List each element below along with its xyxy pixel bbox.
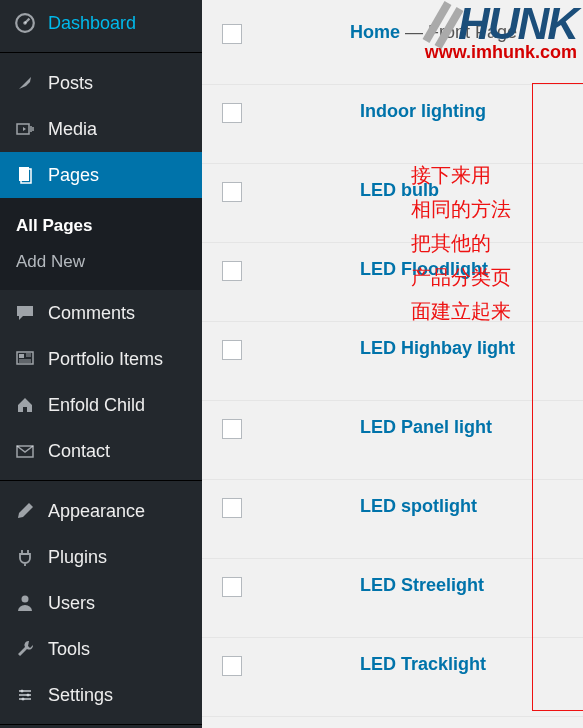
table-row: LED Floodlight [202, 243, 583, 322]
page-title-link[interactable]: Home [350, 22, 400, 42]
table-row: Home — Front Page [202, 10, 583, 85]
table-row: LED spotlight [202, 480, 583, 559]
sidebar-item-media[interactable]: Media [0, 106, 202, 152]
plug-icon [12, 544, 38, 570]
sidebar-item-dashboard[interactable]: Dashboard [0, 0, 202, 46]
table-row: LED Panel light [202, 401, 583, 480]
portfolio-icon [12, 346, 38, 372]
page-title-link[interactable]: LED Highbay light [360, 338, 515, 358]
brush-icon [12, 498, 38, 524]
table-row: LED Tunnel light [202, 717, 583, 728]
page-title-link[interactable]: LED spotlight [360, 496, 477, 516]
table-row: LED Streelight [202, 559, 583, 638]
sidebar-item-label: Contact [48, 441, 110, 462]
page-title-link[interactable]: LED Floodlight [360, 259, 488, 279]
svg-point-8 [22, 596, 29, 603]
sidebar-item-label: Settings [48, 685, 113, 706]
row-checkbox[interactable] [222, 24, 242, 44]
sidebar-subitem-add-new[interactable]: Add New [0, 244, 202, 280]
comment-icon [12, 300, 38, 326]
sidebar-submenu-pages: All Pages Add New [0, 198, 202, 290]
page-status-suffix: — Front Page [400, 22, 517, 42]
sidebar-item-posts[interactable]: Posts [0, 60, 202, 106]
sidebar-item-label: Plugins [48, 547, 107, 568]
pin-icon [12, 70, 38, 96]
row-checkbox[interactable] [222, 261, 242, 281]
admin-sidebar: Dashboard Posts Media Pages All Pages Ad… [0, 0, 202, 728]
svg-point-9 [21, 690, 24, 693]
svg-point-10 [27, 694, 30, 697]
sidebar-item-enfold-child[interactable]: Enfold Child [0, 382, 202, 428]
row-checkbox[interactable] [222, 498, 242, 518]
menu-separator [0, 480, 202, 488]
menu-separator [0, 724, 202, 728]
sidebar-item-plugins[interactable]: Plugins [0, 534, 202, 580]
svg-point-1 [23, 21, 27, 25]
table-row: Indoor lighting [202, 85, 583, 164]
user-icon [12, 590, 38, 616]
row-checkbox[interactable] [222, 419, 242, 439]
media-icon [12, 116, 38, 142]
sidebar-item-users[interactable]: Users [0, 580, 202, 626]
sidebar-item-label: Portfolio Items [48, 349, 163, 370]
sidebar-item-label: Pages [48, 165, 99, 186]
sidebar-item-contact[interactable]: Contact [0, 428, 202, 474]
page-list-table: Home — Front Page Indoor lighting LED bu… [202, 10, 583, 728]
wrench-icon [12, 636, 38, 662]
home-icon [12, 392, 38, 418]
sidebar-item-label: Enfold Child [48, 395, 145, 416]
settings-icon [12, 682, 38, 708]
row-checkbox[interactable] [222, 577, 242, 597]
sidebar-item-label: Users [48, 593, 95, 614]
page-title-link[interactable]: Indoor lighting [360, 101, 486, 121]
dashboard-icon [12, 10, 38, 36]
sidebar-item-comments[interactable]: Comments [0, 290, 202, 336]
pages-icon [12, 162, 38, 188]
page-title-link[interactable]: LED bulb [360, 180, 439, 200]
sidebar-item-appearance[interactable]: Appearance [0, 488, 202, 534]
row-checkbox[interactable] [222, 103, 242, 123]
sidebar-item-tools[interactable]: Tools [0, 626, 202, 672]
page-title-link[interactable]: LED Tracklight [360, 654, 486, 674]
title-cell: Home — Front Page [262, 22, 583, 43]
table-row: LED bulb [202, 164, 583, 243]
sidebar-item-label: Posts [48, 73, 93, 94]
sidebar-item-label: Dashboard [48, 13, 136, 34]
sidebar-subitem-all-pages[interactable]: All Pages [0, 208, 202, 244]
row-checkbox[interactable] [222, 656, 242, 676]
mail-icon [12, 438, 38, 464]
sidebar-item-portfolio[interactable]: Portfolio Items [0, 336, 202, 382]
table-row: LED Tracklight [202, 638, 583, 717]
sidebar-item-pages[interactable]: Pages [0, 152, 202, 198]
content-area: Home — Front Page Indoor lighting LED bu… [202, 0, 583, 728]
sidebar-item-label: Tools [48, 639, 90, 660]
page-title-link[interactable]: LED Panel light [360, 417, 492, 437]
checkbox-cell [202, 22, 262, 44]
svg-point-11 [22, 698, 25, 701]
sidebar-item-label: Media [48, 119, 97, 140]
row-checkbox[interactable] [222, 182, 242, 202]
svg-rect-6 [19, 354, 24, 358]
row-checkbox[interactable] [222, 340, 242, 360]
sidebar-item-settings[interactable]: Settings [0, 672, 202, 718]
sidebar-item-label: Appearance [48, 501, 145, 522]
sidebar-item-label: Comments [48, 303, 135, 324]
table-row: LED Highbay light [202, 322, 583, 401]
menu-separator [0, 52, 202, 60]
page-title-link[interactable]: LED Streelight [360, 575, 484, 595]
